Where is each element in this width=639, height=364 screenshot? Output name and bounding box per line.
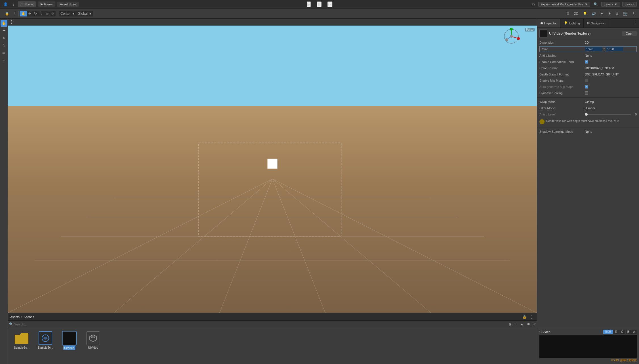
breadcrumb-root[interactable]: Assets (10, 315, 20, 319)
scene-tab[interactable]: ⊞ Scene (18, 1, 36, 7)
aniso-slider-container[interactable]: 0 (585, 113, 637, 116)
search-icon[interactable]: 🔍 (592, 2, 599, 7)
lock-icon[interactable]: 🔒 (3, 11, 10, 16)
svg-point-20 (510, 35, 513, 38)
asset-store-tab-label: Asset Store (60, 3, 76, 6)
dynamic-scaling-checkbox[interactable] (585, 91, 588, 95)
scene-visibility-btn[interactable]: 👁 (606, 11, 613, 16)
move-tool[interactable]: ✛ (27, 11, 33, 16)
asset-item-uivideo-cube[interactable]: UIVideo (84, 331, 102, 349)
play-button[interactable]: ▶ (307, 1, 311, 7)
size-height-input[interactable] (606, 47, 623, 51)
left-tool-panel: ✋ ✛ ↻ ⤡ ▭ ⊹ (0, 19, 8, 364)
tab-inspector[interactable]: Inspector (537, 19, 560, 28)
tab-navigation[interactable]: ⊞ Navigation (584, 19, 609, 28)
scene-grid-svg (8, 26, 537, 313)
left-transform-tool[interactable]: ⊹ (1, 57, 7, 64)
bottom-header: Assets > Scenes 🔒 ⋮ (8, 313, 537, 321)
step-button[interactable]: ⏭ (327, 1, 333, 7)
channel-b-btn[interactable]: B (626, 330, 631, 334)
2d-btn[interactable]: 2D (573, 11, 580, 16)
left-scale-tool[interactable]: ⤡ (1, 42, 7, 49)
channel-a-btn[interactable]: A (631, 330, 637, 334)
asset-item-uivideo-black[interactable]: UIVideo (60, 331, 78, 350)
asset-item-folder[interactable]: SampleSc... (12, 331, 31, 349)
visibility-bottom-icon[interactable]: 👁 (526, 322, 531, 327)
channel-rgb-btn[interactable]: RGB (603, 330, 613, 334)
persp-label: Persp (525, 28, 535, 31)
aniso-slider-track[interactable] (585, 114, 631, 115)
scale-tool[interactable]: ⤡ (38, 11, 44, 16)
bottom-toolbar: 🔍 ⊞ + ★ 👁 22 (8, 321, 537, 328)
channel-g-btn[interactable]: G (619, 330, 625, 334)
pause-button[interactable]: ⏸ (317, 1, 322, 7)
rotate-tool[interactable]: ↻ (33, 11, 38, 16)
scene-canvas[interactable]: Y X Persp (8, 26, 537, 313)
scene-object[interactable] (268, 159, 278, 169)
texture-preview (539, 30, 547, 37)
grid-snap-btn[interactable]: ⊞ (565, 11, 571, 16)
lock-bottom-icon[interactable]: 🔒 (521, 314, 528, 319)
effects-btn[interactable]: ✦ (599, 11, 605, 16)
asset-count: 22 (533, 323, 536, 326)
warning-text: RenderTextures with depth must have an A… (546, 119, 619, 123)
asset-store-tab[interactable]: Asset Store (57, 2, 79, 7)
dimension-value: 2D (585, 41, 637, 44)
refresh-icon[interactable]: ↻ (531, 2, 536, 7)
three-dots-menu[interactable]: ⋮ (11, 11, 17, 16)
breadcrumb-current[interactable]: Scenes (24, 315, 34, 319)
auto-mip-checkbox[interactable] (585, 85, 588, 89)
open-button[interactable]: Open (622, 31, 637, 36)
gizmos-btn[interactable]: ⊕ (614, 11, 620, 16)
layers-dropdown[interactable]: Layers ▼ (601, 2, 620, 7)
bookmark-icon[interactable]: ★ (519, 322, 525, 327)
search-input[interactable] (14, 323, 508, 326)
channel-r-btn[interactable]: R (613, 330, 619, 334)
antialiasing-value: None (585, 54, 637, 57)
game-tab[interactable]: ▶ Game (38, 1, 55, 7)
uivideo-cube-label: UIVideo (88, 346, 98, 349)
separator-1 (537, 97, 639, 98)
view-type-icon[interactable]: ⊞ (508, 322, 513, 327)
layout-dropdown[interactable]: Layout (622, 2, 637, 7)
global-btn[interactable]: Global ▼ (76, 11, 93, 16)
left-rotate-tool[interactable]: ↻ (1, 35, 7, 41)
prop-enable-compat: Enable Compatible Form (537, 59, 639, 65)
more-bottom-icon[interactable]: ⋮ (529, 314, 535, 319)
audio-btn[interactable]: 🔊 (590, 11, 597, 16)
left-rect-tool[interactable]: ▭ (1, 49, 7, 56)
asset-browser-content: SampleSc... SampleSc... UIVideo (8, 328, 537, 364)
svg-marker-24 (90, 335, 93, 338)
uivideo-black-label: UIVideo (63, 346, 75, 350)
asset-item-scene1[interactable]: SampleSc... (36, 331, 54, 349)
aniso-slider-thumb[interactable] (585, 113, 588, 116)
more-options-btn[interactable]: ⋮ (630, 11, 637, 16)
svg-line-5 (272, 179, 537, 313)
wrap-mode-label: Wrap Mode (539, 100, 585, 104)
right-toolbar: ⊞ 2D 💡 🔊 ✦ 👁 ⊕ 📷 ⋮ (565, 11, 637, 16)
account-icon[interactable]: 👤 (2, 2, 9, 7)
inspector-header: UI Video (Render Texture) Open (537, 28, 639, 39)
left-hand-tool[interactable]: ✋ (1, 20, 7, 27)
tab-lighting[interactable]: 💡 Lighting (560, 19, 584, 28)
scene-icon (39, 331, 52, 345)
panel-more-icon[interactable]: ⋮ (631, 20, 639, 26)
pivot-btn[interactable]: Center ▼ (59, 11, 76, 16)
hand-tool[interactable]: ✋ (20, 11, 27, 16)
folder-label: SampleSc... (14, 346, 29, 349)
rect-tool[interactable]: ▭ (44, 11, 50, 16)
scene-options-dots[interactable] (9, 20, 14, 24)
transform-tool[interactable]: ⊹ (50, 11, 56, 16)
camera-btn[interactable]: 📷 (622, 11, 629, 16)
layers-arrow-icon: ▼ (614, 3, 617, 6)
add-icon[interactable]: + (514, 322, 518, 327)
enable-compat-checkbox[interactable] (585, 60, 588, 64)
enable-mip-checkbox[interactable] (585, 79, 588, 82)
global-arrow: ▼ (89, 12, 92, 16)
left-move-tool[interactable]: ✛ (1, 27, 7, 34)
right-panel: Inspector 💡 Lighting ⊞ Navigation ⋮ UI V… (537, 19, 639, 364)
light-btn[interactable]: 💡 (581, 11, 588, 16)
experimental-dropdown[interactable]: Experimental Packages In Use ▼ (538, 2, 590, 7)
settings-icon[interactable]: ⋮ (10, 2, 16, 7)
size-width-input[interactable] (585, 47, 602, 51)
